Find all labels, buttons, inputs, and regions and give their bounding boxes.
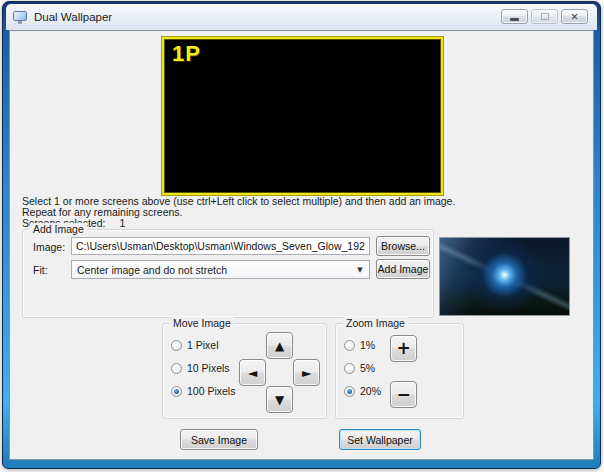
minus-icon: − — [396, 386, 410, 403]
app-icon — [13, 11, 28, 24]
move-down-button[interactable]: ▼ — [266, 386, 293, 413]
radio-label: 5% — [360, 362, 375, 374]
move-image-group: Move Image 1 Pixel 10 Pixels 100 Pixels … — [162, 323, 327, 419]
screen-preview-1[interactable]: 1P — [162, 37, 443, 195]
arrow-down-icon: ▼ — [275, 394, 284, 406]
radio-zoom-20-percent[interactable]: 20% — [344, 385, 381, 397]
move-left-button[interactable]: ◄ — [239, 359, 266, 386]
close-icon: ✕ — [571, 12, 579, 22]
minimize-icon — [510, 18, 519, 21]
add-image-group: Add Image Image: Browse... Fit: Center i… — [22, 229, 434, 318]
radio-label: 10 Pixels — [187, 362, 230, 374]
add-image-group-title: Add Image — [30, 223, 87, 235]
move-image-group-title: Move Image — [170, 317, 234, 329]
screen-number-label: 1P — [172, 41, 201, 67]
arrow-left-icon: ◄ — [248, 367, 257, 379]
radio-icon — [171, 340, 182, 351]
radio-label: 20% — [360, 385, 381, 397]
close-button[interactable]: ✕ — [561, 9, 588, 24]
wallpaper-thumbnail — [439, 237, 570, 316]
title-bar[interactable]: Dual Wallpaper ✕ — [6, 4, 597, 30]
add-image-button[interactable]: Add Image — [376, 259, 430, 279]
radio-icon — [171, 386, 182, 397]
maximize-button — [531, 9, 558, 24]
screens-selected-row: Screens selected:1 — [22, 218, 455, 229]
radio-zoom-1-percent[interactable]: 1% — [344, 339, 375, 351]
set-wallpaper-button[interactable]: Set Wallpaper — [339, 429, 421, 450]
maximize-icon — [541, 13, 549, 20]
save-image-button[interactable]: Save Image — [180, 429, 258, 450]
zoom-out-button[interactable]: − — [390, 381, 417, 408]
radio-icon — [171, 363, 182, 374]
move-up-button[interactable]: ▲ — [266, 332, 293, 359]
radio-move-10-pixels[interactable]: 10 Pixels — [171, 362, 230, 374]
radio-icon — [344, 340, 355, 351]
image-path-input[interactable] — [71, 237, 370, 255]
monitor-icon — [13, 11, 27, 21]
zoom-in-button[interactable]: + — [390, 335, 417, 362]
radio-move-1-pixel[interactable]: 1 Pixel — [171, 339, 219, 351]
browse-button[interactable]: Browse... — [376, 236, 430, 256]
radio-move-100-pixels[interactable]: 100 Pixels — [171, 385, 235, 397]
fit-dropdown[interactable]: Center image and do not stretch ▼ — [71, 260, 370, 279]
screens-selected-value: 1 — [119, 217, 125, 229]
radio-label: 100 Pixels — [187, 385, 235, 397]
radio-icon — [344, 386, 355, 397]
plus-icon: + — [396, 340, 410, 357]
arrow-up-icon: ▲ — [275, 340, 284, 352]
zoom-image-group-title: Zoom Image — [343, 317, 408, 329]
radio-icon — [344, 363, 355, 374]
radio-zoom-5-percent[interactable]: 5% — [344, 362, 375, 374]
window-title: Dual Wallpaper — [34, 11, 112, 23]
app-window: Dual Wallpaper ✕ 1P Select 1 or more scr… — [2, 1, 601, 469]
instructions-text: Select 1 or more screens above (use ctrl… — [22, 196, 455, 228]
arrow-right-icon: ► — [302, 367, 311, 379]
image-label: Image: — [33, 241, 65, 253]
fit-label: Fit: — [33, 264, 48, 276]
zoom-image-group: Zoom Image 1% 5% 20% + − — [335, 323, 464, 419]
radio-label: 1 Pixel — [187, 339, 219, 351]
minimize-button[interactable] — [501, 9, 528, 24]
window-controls: ✕ — [501, 9, 588, 24]
radio-label: 1% — [360, 339, 375, 351]
move-right-button[interactable]: ► — [293, 359, 320, 386]
client-area: 1P Select 1 or more screens above (use c… — [9, 30, 594, 460]
chevron-down-icon: ▼ — [351, 266, 369, 274]
fit-dropdown-value: Center image and do not stretch — [72, 264, 351, 276]
